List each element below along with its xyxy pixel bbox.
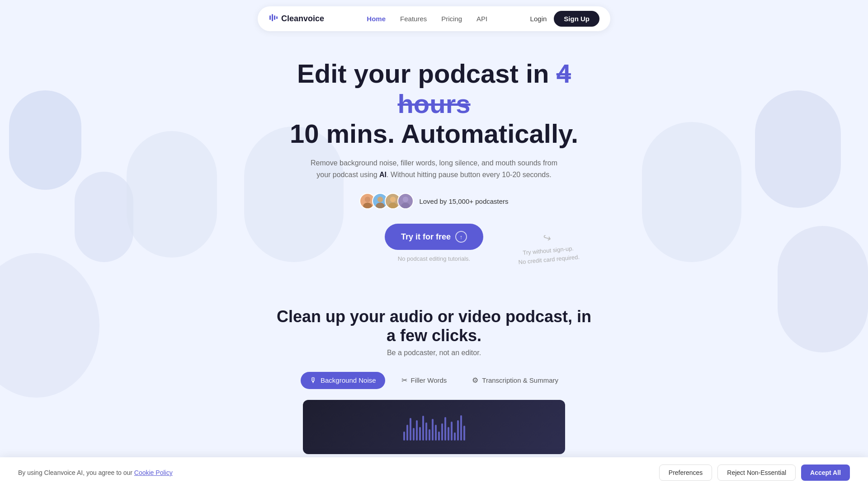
logo-text: Cleanvoice (281, 14, 324, 23)
nav-right: Login Sign Up (530, 11, 599, 27)
avatar-4 (397, 193, 414, 209)
waveform-bar (441, 423, 443, 441)
logo[interactable]: Cleanvoice (269, 13, 324, 25)
nav-link-home[interactable]: Home (367, 15, 386, 23)
svg-point-10 (403, 197, 408, 202)
waveform-bar (444, 417, 446, 441)
svg-point-4 (365, 197, 370, 202)
cookie-policy-link[interactable]: Cookie Policy (134, 469, 173, 476)
features-section: Clean up your audio or video podcast, in… (0, 307, 868, 454)
navbar: Cleanvoice Home Features Pricing API Log… (258, 6, 610, 31)
tab-background-noise[interactable]: 🎙 Background Noise (301, 372, 385, 389)
cookie-text-body: By using Cleanvoice AI, you agree to our (18, 469, 134, 476)
signup-button[interactable]: Sign Up (554, 11, 599, 27)
hero-strikethrough: 4 hours (397, 59, 571, 118)
waveform-bar (438, 432, 440, 441)
tab-transcription-label: Transcription & Summary (482, 376, 558, 384)
tab-transcription-icon: ⚙ (472, 376, 478, 385)
avatar-stack (359, 193, 414, 209)
svg-point-11 (401, 203, 410, 209)
nav-link-features[interactable]: Features (400, 15, 427, 23)
features-subtitle: Be a podcaster, not an editor. (0, 349, 868, 357)
waveform-bar (432, 419, 434, 441)
video-inner (303, 400, 565, 454)
hero-ai-label: AI (379, 171, 387, 178)
nav-link-api[interactable]: API (476, 15, 487, 23)
nav-links: Home Features Pricing API (367, 15, 487, 23)
waveform-bar (448, 427, 449, 441)
audio-waveform (403, 413, 465, 441)
waveform-bar (406, 425, 408, 441)
try-free-button[interactable]: Try it for free ↑ (385, 224, 483, 250)
waveform-bar (460, 415, 462, 441)
hero-side-note: ↩ Try without sign-up. No credit card re… (516, 228, 580, 267)
reject-button[interactable]: Reject Non-Essential (717, 465, 796, 481)
hero-subtitle: Remove background noise, filler words, l… (307, 157, 561, 180)
feature-tabs: 🎙 Background Noise ✂ Filler Words ⚙ Tran… (0, 371, 868, 389)
hero-title-line2: 10 mins. Automatically. (290, 119, 578, 148)
nav-link-pricing[interactable]: Pricing (441, 15, 462, 23)
tab-filler-label: Filler Words (411, 376, 447, 384)
svg-point-9 (389, 203, 398, 209)
try-free-icon: ↑ (455, 231, 467, 243)
waveform-bar (413, 428, 415, 441)
hero-section: Edit your podcast in 4 hours 10 mins. Au… (0, 0, 868, 262)
try-free-label: Try it for free (401, 232, 451, 242)
svg-rect-1 (272, 14, 273, 21)
waveform-bar (463, 426, 465, 441)
tab-filler-words[interactable]: ✂ Filler Words (392, 371, 456, 389)
tab-bg-noise-icon: 🎙 (310, 376, 317, 385)
waveform-bar (425, 422, 427, 441)
cookie-buttons: Preferences Reject Non-Essential Accept … (659, 465, 850, 481)
tab-bg-noise-label: Background Noise (321, 376, 376, 384)
waveform-bar (410, 418, 411, 441)
waveform-bar (422, 416, 424, 441)
waveform-bar (403, 432, 405, 441)
svg-rect-2 (274, 15, 275, 20)
waveform-bar (451, 422, 453, 441)
hero-cta: Try it for free ↑ (0, 224, 868, 250)
svg-point-5 (363, 203, 373, 209)
svg-rect-3 (276, 16, 278, 19)
waveform-bar (419, 427, 421, 441)
cookie-banner: By using Cleanvoice AI, you agree to our… (0, 457, 868, 488)
hero-loved-text: Loved by 15,000+ podcasters (419, 197, 508, 205)
login-link[interactable]: Login (530, 15, 547, 23)
hero-social-proof: Loved by 15,000+ podcasters (0, 193, 868, 209)
svg-point-8 (390, 197, 396, 202)
hero-title-line1: Edit your podcast in 4 hours (297, 59, 571, 118)
accept-button[interactable]: Accept All (801, 465, 850, 481)
svg-point-7 (376, 203, 385, 209)
waveform-bar (429, 429, 430, 441)
waveform-bar (435, 425, 437, 441)
feature-video (303, 400, 565, 454)
waveform-bar (454, 432, 456, 441)
svg-point-6 (377, 197, 383, 202)
cookie-text: By using Cleanvoice AI, you agree to our… (18, 469, 173, 476)
waveform-bar (416, 420, 418, 441)
hero-no-tutorial: No podcast editing tutorials. (0, 255, 868, 262)
logo-icon (269, 13, 278, 25)
hero-title: Edit your podcast in 4 hours 10 mins. Au… (276, 59, 592, 149)
tab-filler-icon: ✂ (401, 376, 407, 385)
waveform-bar (457, 420, 459, 441)
preferences-button[interactable]: Preferences (659, 465, 712, 481)
svg-rect-0 (269, 15, 271, 20)
features-title: Clean up your audio or video podcast, in… (276, 307, 592, 345)
tab-transcription[interactable]: ⚙ Transcription & Summary (463, 371, 567, 389)
